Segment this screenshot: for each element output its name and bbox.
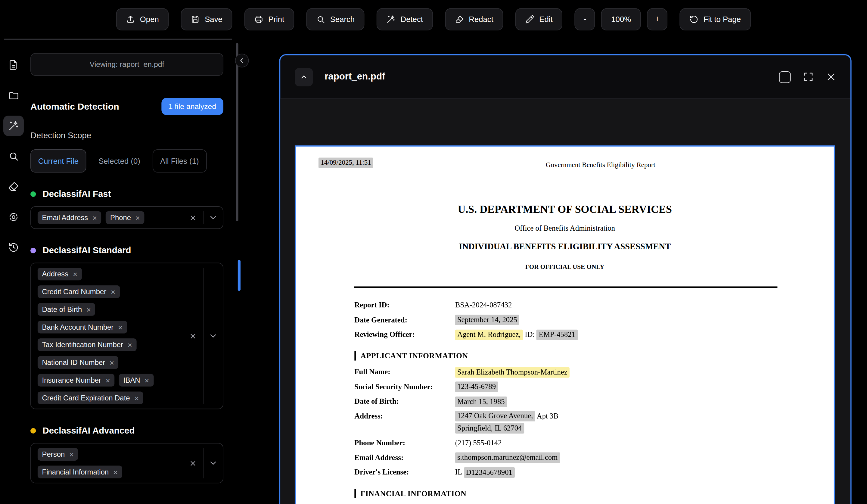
redaction-highlight-gray[interactable]: s.thompson.martinez@email.com (455, 452, 560, 463)
redaction-highlight-gray[interactable]: September 14, 2025 (455, 315, 520, 325)
redaction-highlight-gray[interactable]: Springfield, IL 62704 (455, 423, 524, 433)
chip-address: Address× (38, 268, 82, 280)
rail-files-button[interactable] (3, 85, 23, 106)
chip-remove-icon[interactable]: × (118, 323, 122, 331)
doc-value-line: Springfield, IL 62704 (455, 423, 786, 433)
rail-settings-button[interactable] (3, 207, 23, 227)
detect-button[interactable]: Detect (377, 9, 433, 30)
detection-group-header: DeclassifAI Fast (30, 189, 223, 199)
doc-section-heading: APPLICANT INFORMATION (354, 351, 786, 361)
chip-row: Address× (38, 268, 183, 280)
dropdown-chevron-button[interactable] (204, 459, 223, 468)
scope-tab-all-files-1[interactable]: All Files (1) (152, 149, 206, 172)
doc-field-value: (217) 555-0142 (455, 438, 786, 447)
dropdown-chevron-button[interactable] (204, 331, 223, 341)
scope-tab-current-file[interactable]: Current File (30, 149, 86, 172)
zoom-controls: - 100% + (575, 9, 667, 30)
redaction-highlight-gray[interactable]: D12345678901 (464, 467, 514, 478)
scope-tab-selected-0[interactable]: Selected (0) (90, 149, 148, 172)
page-frame-button[interactable] (779, 71, 791, 83)
close-viewer-button[interactable] (826, 72, 836, 82)
clear-all-button[interactable] (183, 214, 203, 222)
doc-field-row: Report ID:BSA-2024-087432 (354, 300, 786, 310)
redact-button[interactable]: Redact (445, 9, 503, 30)
doc-field-row: Date Generated:September 14, 2025 (354, 315, 786, 324)
panel-title: Automatic Detection (30, 101, 119, 112)
doc-text: (217) 555-0142 (455, 439, 502, 447)
chip-tax-identification-number: Tax Identification Number× (38, 339, 137, 351)
viewer-file-title: raport_en.pdf (324, 71, 385, 83)
chip-date-of-birth: Date of Birth× (38, 303, 95, 316)
zoom-level-button[interactable]: 100% (601, 9, 641, 30)
chip-remove-icon[interactable]: × (73, 270, 77, 278)
dropdown-chevron-button[interactable] (204, 213, 223, 222)
doc-header-date redaction-highlight[interactable]: 14/09/2025, 11:51 (319, 158, 373, 168)
doc-fields: Report ID:BSA-2024-087432Date Generated:… (354, 300, 786, 504)
fit-to-page-label: Fit to Page (704, 15, 741, 24)
print-button[interactable]: Print (244, 9, 294, 30)
save-icon (191, 15, 200, 24)
chip-label: Bank Account Number (42, 323, 114, 332)
doc-field-label: Date of Birth: (354, 397, 455, 406)
folder-icon (8, 90, 19, 100)
doc-field-label: Date Generated: (354, 315, 455, 324)
redaction-highlight-yellow[interactable]: Sarah Elizabeth Thompson-Martinez (455, 367, 570, 377)
collapse-panel-button[interactable] (235, 54, 249, 67)
redaction-highlight-gray[interactable]: 123-45-6789 (455, 382, 498, 392)
chip-remove-icon[interactable]: × (106, 376, 110, 384)
print-icon (254, 15, 263, 24)
rail-detect-button[interactable] (3, 116, 23, 136)
chip-remove-icon[interactable]: × (93, 214, 97, 222)
search-button[interactable]: Search (307, 9, 365, 30)
doc-field-row: Phone Number:(217) 555-0142 (354, 438, 786, 447)
redaction-highlight-gray[interactable]: 1247 Oak Grove Avenue, (455, 411, 535, 421)
open-button[interactable]: Open (116, 9, 169, 30)
doc-field-label: Full Name: (354, 367, 455, 377)
group-status-dot (30, 428, 36, 433)
doc-agency-title: U.S. DEPARTMENT OF SOCIAL SERVICES (296, 204, 834, 216)
chip-email-address: Email Address× (38, 211, 101, 224)
chevron-down-icon (208, 331, 218, 341)
chip-remove-icon[interactable]: × (134, 394, 139, 402)
viewer-canvas[interactable]: 14/09/2025, 11:51 Government Benefits El… (280, 99, 850, 504)
redaction-highlight-gray[interactable]: EMP-45821 (537, 329, 578, 340)
rail-history-button[interactable] (3, 237, 23, 258)
pdf-page[interactable]: 14/09/2025, 11:51 Government Benefits El… (295, 146, 835, 504)
redaction-highlight-gray[interactable]: March 15, 1985 (455, 396, 507, 407)
rail-documents-button[interactable] (3, 55, 23, 75)
fit-to-page-button[interactable]: Fit to Page (680, 9, 751, 30)
clear-all-button[interactable] (183, 459, 203, 467)
doc-field-row: Email Address:s.thompson.martinez@email.… (354, 452, 786, 462)
detection-group-name: DeclassifAI Advanced (42, 426, 135, 436)
group-status-dot (30, 248, 36, 253)
doc-field-row: Date of Birth:March 15, 1985 (354, 397, 786, 406)
detection-group-name: DeclassifAI Standard (42, 246, 131, 256)
zoom-out-button[interactable]: - (575, 9, 595, 30)
fullscreen-button[interactable] (803, 72, 813, 82)
chip-label: Person (42, 450, 65, 459)
app-root: Open Save Print Search Detect Redact Edi… (0, 0, 867, 504)
chip-remove-icon[interactable]: × (109, 358, 114, 366)
edit-button[interactable]: Edit (515, 9, 562, 30)
zoom-in-button[interactable]: + (647, 9, 667, 30)
rail-redact-button[interactable] (3, 176, 23, 197)
chip-credit-card-number: Credit Card Number× (38, 286, 120, 298)
detection-groups: DeclassifAI FastEmail Address×Phone×Decl… (30, 189, 223, 483)
panel-scrollbar[interactable] (236, 43, 238, 221)
clear-all-button[interactable] (183, 332, 203, 340)
collapse-viewer-button[interactable] (295, 68, 313, 86)
redaction-highlight-yellow[interactable]: Agent M. Rodriguez, (455, 329, 523, 340)
chip-remove-icon[interactable]: × (144, 376, 149, 384)
save-button[interactable]: Save (181, 9, 233, 30)
doc-field-value: 1247 Oak Grove Avenue, Apt 3BSpringfield… (455, 411, 786, 433)
doc-field-value: March 15, 1985 (455, 397, 786, 406)
chip-remove-icon[interactable]: × (111, 288, 115, 296)
chip-remove-icon[interactable]: × (69, 450, 74, 458)
rail-search-button[interactable] (3, 146, 23, 167)
chip-remove-icon[interactable]: × (86, 305, 91, 313)
chip-remove-icon[interactable]: × (128, 341, 132, 348)
doc-text: IL (455, 468, 464, 476)
clear-icon (189, 459, 197, 467)
chip-remove-icon[interactable]: × (136, 214, 140, 222)
chip-remove-icon[interactable]: × (113, 468, 118, 476)
